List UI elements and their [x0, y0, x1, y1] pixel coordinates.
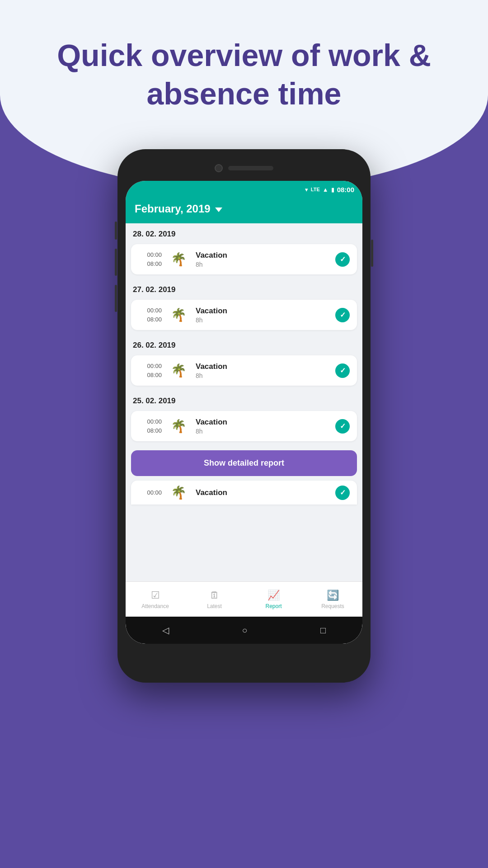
time-end-2: 08:00: [147, 315, 162, 324]
power-button: [371, 240, 373, 267]
time-block-3: 00:00 08:00: [138, 362, 162, 379]
app-header: February, 2019: [126, 198, 362, 223]
entry-duration-4: 8h: [196, 428, 329, 435]
entry-duration-1: 8h: [196, 261, 329, 268]
status-icons: ▾ LTE ▲ ▮ 08:00: [305, 186, 354, 193]
time-block-1: 00:00 08:00: [138, 250, 162, 268]
date-section-1: 28. 02. 2019: [126, 223, 362, 241]
volume-up-button: [115, 249, 117, 276]
partial-time-start: 00:00: [147, 488, 162, 497]
entry-card-1[interactable]: 00:00 08:00 🌴 Vacation 8h: [131, 244, 357, 274]
recent-button[interactable]: □: [320, 625, 326, 636]
entry-title-4: Vacation: [196, 418, 329, 427]
entry-info-4: Vacation 8h: [196, 418, 329, 435]
mute-button: [115, 222, 117, 240]
entry-title-1: Vacation: [196, 251, 329, 260]
headline-text: Quick overview of work & absence time: [0, 36, 488, 113]
android-nav-bar: ◁ ○ □: [126, 617, 362, 644]
entry-info-1: Vacation 8h: [196, 251, 329, 268]
attendance-label: Attendance: [141, 603, 169, 609]
entry-title-3: Vacation: [196, 362, 329, 371]
time-start-2: 00:00: [147, 306, 162, 315]
partial-vacation-icon: 🌴: [171, 485, 187, 500]
month-label: February, 2019: [135, 203, 211, 215]
date-section-4: 25. 02. 2019: [126, 390, 362, 408]
approved-icon-3: [335, 363, 350, 378]
nav-item-attendance[interactable]: ☑ Attendance: [126, 590, 185, 609]
phone-top-bar: [126, 157, 362, 179]
wifi-icon: ▾: [305, 186, 308, 193]
date-label-1: 28. 02. 2019: [133, 230, 355, 239]
approved-icon-1: [335, 252, 350, 267]
entry-info-2: Vacation 8h: [196, 307, 329, 324]
vacation-icon-3: 🌴: [171, 363, 187, 378]
report-button-wrapper: Show detailed report: [126, 446, 362, 481]
entry-card-3[interactable]: 00:00 08:00 🌴 Vacation 8h: [131, 355, 357, 386]
date-label-2: 27. 02. 2019: [133, 285, 355, 294]
entry-title-2: Vacation: [196, 307, 329, 316]
signal-icon: ▲: [323, 186, 328, 193]
latest-icon: 🗓: [210, 590, 220, 601]
entry-duration-3: 8h: [196, 372, 329, 379]
volume-down-button: [115, 285, 117, 312]
time-start-4: 00:00: [147, 417, 162, 426]
latest-label: Latest: [207, 603, 222, 609]
attendance-icon: ☑: [151, 590, 160, 601]
time-end-3: 08:00: [147, 371, 162, 380]
nav-item-report[interactable]: 📈 Report: [244, 590, 303, 609]
speaker: [228, 166, 273, 170]
time-start-3: 00:00: [147, 362, 162, 371]
dropdown-arrow-icon[interactable]: [215, 208, 222, 212]
report-label: Report: [265, 603, 282, 609]
front-camera: [215, 164, 223, 172]
approved-icon-4: [335, 419, 350, 434]
phone-device: ▾ LTE ▲ ▮ 08:00 February, 2019 28. 02. 2…: [117, 149, 371, 683]
time-block-2: 00:00 08:00: [138, 306, 162, 324]
partial-entry-card[interactable]: 00:00 🌴 Vacation: [131, 481, 357, 505]
show-detailed-report-button[interactable]: Show detailed report: [131, 450, 357, 476]
entry-info-3: Vacation 8h: [196, 362, 329, 379]
battery-icon: ▮: [331, 186, 334, 193]
partial-entry-info: Vacation: [196, 488, 329, 497]
bottom-navigation: ☑ Attendance 🗓 Latest 📈 Report 🔄 Request…: [126, 581, 362, 617]
phone-screen: ▾ LTE ▲ ▮ 08:00 February, 2019 28. 02. 2…: [126, 181, 362, 644]
requests-label: Requests: [321, 603, 344, 609]
time-block-4: 00:00 08:00: [138, 417, 162, 435]
report-icon: 📈: [267, 590, 280, 601]
entry-card-4[interactable]: 00:00 08:00 🌴 Vacation 8h: [131, 411, 357, 441]
date-label-4: 25. 02. 2019: [133, 396, 355, 406]
date-section-3: 26. 02. 2019: [126, 335, 362, 353]
time-end-1: 08:00: [147, 259, 162, 269]
approved-icon-2: [335, 308, 350, 322]
entry-duration-2: 8h: [196, 316, 329, 324]
time-end-4: 08:00: [147, 426, 162, 435]
app-content: 28. 02. 2019 00:00 08:00 🌴 Vacation 8h 2…: [126, 223, 362, 581]
home-button[interactable]: ○: [242, 625, 247, 636]
time-start-1: 00:00: [147, 250, 162, 259]
month-selector[interactable]: February, 2019: [135, 203, 353, 215]
partial-time-block: 00:00: [138, 488, 162, 497]
partial-entry-title: Vacation: [196, 488, 329, 497]
status-bar: ▾ LTE ▲ ▮ 08:00: [126, 181, 362, 198]
partial-approved-icon: [335, 486, 350, 500]
nav-item-requests[interactable]: 🔄 Requests: [303, 590, 362, 609]
status-time: 08:00: [337, 186, 354, 193]
back-button[interactable]: ◁: [162, 625, 169, 636]
date-section-2: 27. 02. 2019: [126, 279, 362, 297]
nav-item-latest[interactable]: 🗓 Latest: [185, 590, 244, 609]
lte-icon: LTE: [311, 187, 320, 192]
vacation-icon-1: 🌴: [171, 252, 187, 267]
date-label-3: 26. 02. 2019: [133, 341, 355, 350]
vacation-icon-4: 🌴: [171, 419, 187, 434]
vacation-icon-2: 🌴: [171, 307, 187, 322]
entry-card-2[interactable]: 00:00 08:00 🌴 Vacation 8h: [131, 300, 357, 330]
requests-icon: 🔄: [327, 590, 339, 601]
